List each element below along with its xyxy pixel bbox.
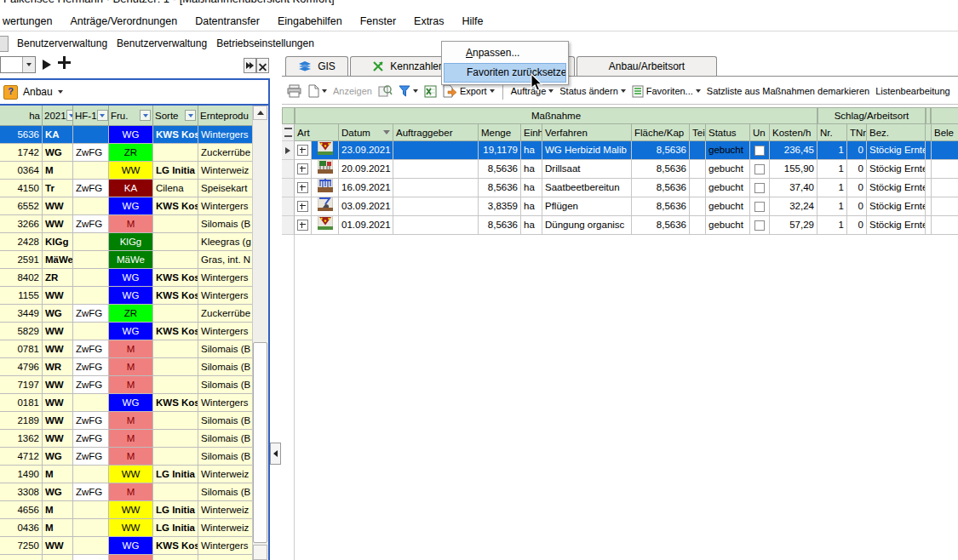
toolbar-partial-icon[interactable]	[0, 36, 9, 52]
scroll-up-button[interactable]	[253, 106, 267, 120]
print-button[interactable]	[287, 84, 302, 98]
add-filter-icon[interactable]	[58, 56, 71, 69]
filter-button[interactable]	[399, 85, 418, 97]
crop-row[interactable]: 1490MWWLG InitiaWinterweiz	[0, 466, 253, 483]
crop-row[interactable]: 8402ZRWGKWS KosWintergers	[0, 269, 253, 287]
filter-icon[interactable]	[140, 110, 151, 121]
column-header-bele[interactable]: Bele	[932, 124, 958, 141]
column-header-nr-[interactable]: Nr.	[817, 124, 847, 141]
satzliste-button[interactable]: Satzliste aus Maßnahmen demarkieren	[707, 86, 869, 96]
grid-corner-button[interactable]	[282, 107, 295, 124]
crop-row[interactable]: 6552WWWGKWS KosWintergers	[0, 197, 253, 215]
crop-row[interactable]: 2428KlGgKlGgKleegras (g	[0, 233, 253, 251]
vertical-scrollbar[interactable]	[252, 106, 268, 560]
left-column-header-hf-1[interactable]: HF-1	[73, 106, 109, 126]
crop-row[interactable]: 4796WRZwFGMSilomais (B	[0, 358, 253, 376]
crop-row[interactable]: 4150TrZwFGKACilenaSpeisekart	[0, 180, 253, 197]
field-filter-combobox[interactable]	[0, 56, 36, 73]
grid-header-button[interactable]	[282, 124, 295, 141]
measure-row[interactable]: 03.09.20213,8359haPflügen8,5636gebucht32…	[282, 197, 958, 216]
column-header-einh[interactable]: Einh	[521, 124, 542, 141]
crop-row[interactable]: 3308WGZwFGMSilomais (B	[0, 483, 253, 501]
export-button[interactable]: Export	[443, 84, 495, 98]
column-header-tnr[interactable]: TNr	[847, 124, 867, 141]
combobox-dropdown-icon[interactable]	[22, 57, 35, 72]
quickbar-item-betriebseinstellungen[interactable]: Betriebseinstellungen	[215, 36, 315, 51]
column-header-kosten-h[interactable]: Kosten/h	[770, 124, 817, 141]
column-header-tei[interactable]: Tei	[690, 124, 706, 141]
context-menu-item-favoriten-zurücksetzen[interactable]: Favoriten zurücksetzen	[444, 63, 566, 83]
column-header-menge[interactable]: Menge	[479, 124, 521, 141]
crop-row[interactable]: 1596WRZwFGMSilomais (B	[0, 555, 253, 560]
expand-row-button[interactable]	[295, 141, 312, 160]
listenbearbeitung-button[interactable]: Listenbearbeitung	[875, 86, 949, 96]
tab-gis[interactable]: GIS	[285, 56, 348, 76]
expand-row-button[interactable]	[295, 197, 312, 216]
crop-row[interactable]: 1362WWZwFGMSilomais (B	[0, 430, 253, 448]
column-header-un[interactable]: Un	[750, 124, 770, 141]
menu-item-anträge-verordnungen[interactable]: Anträge/Verordnungen	[69, 14, 178, 29]
column-header-fläche-kap[interactable]: Fläche/Kap	[632, 124, 690, 141]
column-header-auftraggeber[interactable]: Auftraggeber	[393, 124, 479, 141]
preview-button[interactable]	[378, 84, 393, 98]
crop-row[interactable]: 4656MWWLG InitiaWinterweiz	[0, 501, 253, 519]
column-header-datum[interactable]: Datum	[339, 124, 393, 141]
scroll-down-button[interactable]	[253, 545, 267, 560]
crop-row[interactable]: 0181WWWGKWS KosWintergers	[0, 394, 253, 412]
anbau-dropdown-button[interactable]: ? Anbau	[0, 80, 268, 104]
column-header-art[interactable]: Art	[295, 124, 339, 141]
checkbox-unchecked-icon[interactable]	[754, 164, 765, 174]
menu-item-wertungen[interactable]: wertungen	[2, 14, 53, 29]
menu-item-datentransfer[interactable]: Datentransfer	[194, 14, 261, 29]
crop-row[interactable]: 0364MWWLG InitiaWinterweiz	[0, 162, 253, 180]
status-aendern-button[interactable]: Status ändern	[559, 86, 626, 96]
column-header-bez-[interactable]: Bez.	[867, 124, 926, 141]
crop-row[interactable]: 2591MäWeMäWeGras, int. N	[0, 251, 253, 269]
column-header-status[interactable]: Status	[706, 124, 750, 141]
checkbox-unchecked-icon[interactable]	[754, 183, 765, 193]
left-column-header-sorte[interactable]: Sorte	[153, 106, 198, 126]
quickbar-item-benutzerverwaltung[interactable]: Benutzerverwaltung	[16, 36, 108, 51]
measure-row[interactable]: 16.09.20218,5636haSaatbeetbereitun8,5636…	[282, 179, 958, 197]
left-column-header-ernteprodu[interactable]: Ernteprodu	[198, 106, 253, 126]
measure-row[interactable]: 23.09.202119,1179haWG Herbizid Malib8,56…	[282, 141, 958, 160]
crop-row[interactable]: 0436MWWLG InitiaWinterweiz	[0, 519, 253, 537]
tab-anbau-arbeitsort[interactable]: Anbau/Arbeitsort	[577, 56, 717, 76]
expand-panel-button[interactable]	[244, 58, 256, 73]
left-column-header-ha[interactable]: ha	[0, 106, 43, 126]
close-panel-button[interactable]	[256, 58, 269, 73]
left-column-header-2021[interactable]: 2021	[43, 106, 73, 126]
scrollbar-thumb[interactable]	[253, 342, 267, 543]
crop-row[interactable]: 1155WWWGKWS KosWintergers	[0, 287, 253, 305]
quickbar-item-benutzerverwaltung[interactable]: Benutzerverwaltung	[116, 36, 208, 51]
expand-row-button[interactable]	[295, 160, 312, 179]
crop-row[interactable]: 0781WWZwFGMSilomais (B	[0, 340, 253, 358]
context-menu-item-anpassen-[interactable]: Anpassen...	[444, 43, 566, 63]
column-header-spacer[interactable]	[926, 124, 932, 141]
measure-row[interactable]: 20.09.20218,5636haDrillsaat8,5636gebucht…	[282, 160, 958, 179]
crop-row[interactable]: 7250WWWGKWS KosWintergers	[0, 537, 253, 555]
expand-row-button[interactable]	[295, 179, 312, 197]
anzeigen-label[interactable]: Anzeigen	[333, 86, 372, 96]
excel-button[interactable]	[424, 85, 437, 98]
crop-row[interactable]: 5636KAWGKWS KosWintergers	[0, 126, 253, 144]
column-header-verfahren[interactable]: Verfahren	[542, 124, 632, 141]
crop-row[interactable]: 7197WWZwFGMSilomais (B	[0, 376, 253, 394]
favoriten-button[interactable]: Favoriten...	[632, 85, 701, 98]
crop-row[interactable]: 3449WGZwFGZRZuckerrübe	[0, 305, 253, 323]
menu-item-hilfe[interactable]: Hilfe	[462, 14, 485, 29]
filter-icon[interactable]	[66, 110, 73, 121]
crop-row[interactable]: 1742WGZwFGZRZuckerrübe	[0, 144, 253, 162]
menu-item-extras[interactable]: Extras	[413, 14, 445, 29]
collapse-splitter-button[interactable]	[270, 443, 281, 465]
new-document-button[interactable]	[308, 84, 327, 98]
left-column-header-fru-[interactable]: Fru.	[109, 106, 153, 126]
filter-icon[interactable]	[185, 110, 196, 121]
crop-row[interactable]: 3266WWZwFGMSilomais (B	[0, 215, 253, 233]
expand-row-button[interactable]	[295, 216, 312, 235]
menu-item-fenster[interactable]: Fenster	[359, 14, 397, 29]
crop-row[interactable]: 5829WWWGKWS KosWintergers	[0, 323, 253, 340]
run-filter-icon[interactable]	[43, 60, 51, 70]
checkbox-unchecked-icon[interactable]	[754, 146, 765, 156]
checkbox-unchecked-icon[interactable]	[754, 202, 765, 212]
